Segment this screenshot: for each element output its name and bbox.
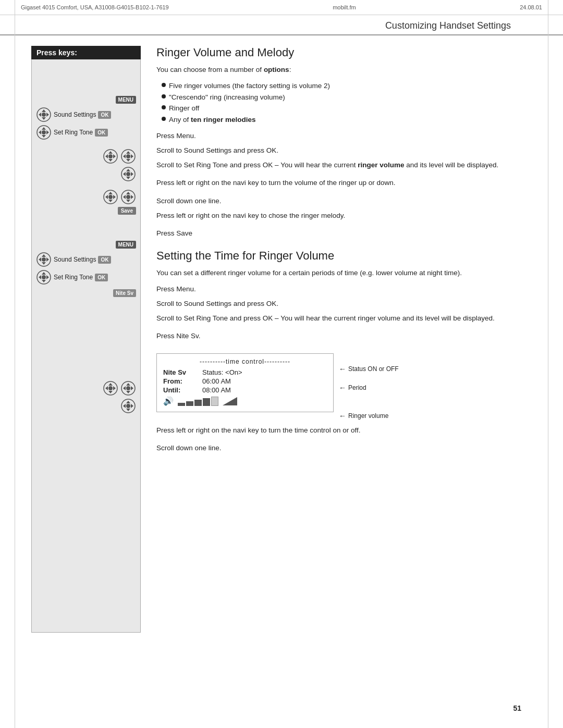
svg-marker-50 — [42, 280, 46, 282]
annotation-period: ← Period — [339, 380, 399, 395]
svg-point-11 — [42, 130, 46, 134]
ok-badge-2: OK — [95, 129, 108, 137]
svg-marker-31 — [108, 192, 113, 194]
svg-marker-61 — [126, 383, 130, 386]
instr-2-3: Scroll to Set Ring Tone and press OK – Y… — [156, 313, 532, 324]
menu-badge-2: MENU — [116, 241, 136, 249]
time-control-box: ----------time control---------- Nite Sv… — [156, 353, 334, 412]
vol-seg-3 — [194, 400, 202, 406]
navi-icon-4 — [120, 149, 136, 164]
svg-point-17 — [108, 154, 113, 158]
svg-marker-40 — [131, 195, 133, 199]
svg-marker-69 — [123, 404, 126, 408]
svg-point-29 — [126, 172, 130, 176]
section1-title: Ringer Volume and Melody — [156, 46, 532, 59]
instr-2-1: Press Menu. — [156, 284, 532, 294]
right-margin-line — [548, 0, 548, 728]
section2-title: Setting the Time for Ringer Volume — [156, 249, 532, 263]
navi-icon-10 — [103, 380, 118, 396]
svg-marker-49 — [42, 272, 46, 275]
sound-settings-row-1: Sound Settings OK — [36, 107, 136, 122]
time-control-title: ----------time control---------- — [163, 358, 327, 365]
svg-marker-58 — [113, 386, 116, 390]
sound-settings-row-2: Sound Settings OK — [36, 252, 136, 267]
svg-point-65 — [126, 386, 130, 390]
header-right: 24.08.01 — [520, 4, 542, 10]
instr-1-4: Press left or right on the navi key to t… — [156, 178, 532, 188]
instr-1-6: Press left or right on the navi key to c… — [156, 211, 532, 221]
navi-icon-11 — [120, 380, 136, 396]
svg-marker-13 — [108, 151, 113, 154]
svg-point-41 — [126, 195, 130, 199]
navi-icon-3 — [103, 149, 118, 164]
svg-marker-28 — [131, 172, 133, 176]
annotation-status: ← Status ON or OFF — [339, 362, 399, 376]
vol-seg-2 — [186, 401, 193, 406]
svg-marker-15 — [105, 154, 108, 158]
svg-marker-9 — [39, 130, 41, 134]
svg-point-47 — [42, 257, 46, 262]
svg-marker-27 — [123, 172, 126, 176]
volume-wedge-icon — [223, 396, 238, 406]
main-content: Press keys: MENU Sound Settings OK — [0, 35, 563, 633]
svg-marker-39 — [123, 195, 126, 199]
sound-settings-label-2: Sound Settings — [54, 256, 96, 263]
svg-marker-26 — [126, 177, 130, 179]
svg-marker-68 — [126, 409, 130, 411]
status-on-off-label: Status ON or OFF — [348, 363, 399, 375]
sound-settings-label-1: Sound Settings — [54, 111, 96, 118]
vol-seg-1 — [178, 403, 185, 406]
speaker-icon: 🔊 — [163, 396, 174, 406]
svg-marker-33 — [105, 195, 108, 199]
svg-point-5 — [42, 113, 46, 117]
svg-marker-2 — [42, 117, 46, 120]
svg-marker-37 — [126, 192, 130, 194]
header-center: mobilt.fm — [333, 4, 356, 10]
page-number: 51 — [513, 704, 521, 712]
svg-point-35 — [108, 195, 113, 199]
instr-1-7: Press Save — [156, 228, 532, 239]
instr-1-3: Scroll to Set Ring Tone and press OK – Y… — [156, 160, 532, 170]
instr-2-4: Press Nite Sv. — [156, 331, 532, 341]
svg-marker-22 — [131, 154, 133, 158]
ok-badge-3: OK — [98, 256, 111, 264]
section2-intro: You can set a different ringer volume fo… — [156, 268, 532, 278]
ringer-volume-label: Ringer volume — [348, 410, 388, 422]
bullet-item-1: Five ringer volumes (the factory setting… — [162, 80, 532, 92]
period-label: Period — [348, 381, 366, 394]
nite-sv-tc-label: Nite Sv — [163, 368, 192, 376]
instr-1-2: Scroll to Sound Settings and press OK. — [156, 145, 532, 156]
time-control-until: Until: 08:00 AM — [163, 386, 327, 394]
until-label: Until: — [163, 386, 192, 394]
navi-icon-1 — [36, 107, 52, 122]
nite-sv-badge: Nite Sv — [113, 289, 136, 297]
press-keys-header: Press keys: — [31, 46, 141, 59]
svg-marker-16 — [113, 154, 116, 158]
svg-marker-51 — [39, 275, 41, 279]
single-navi-row-1 — [36, 166, 136, 182]
vol-seg-4 — [203, 398, 210, 406]
navi-icon-2 — [36, 125, 52, 140]
navi-icon-7 — [120, 189, 136, 205]
ok-badge-4: OK — [95, 274, 108, 281]
time-control-footer: 🔊 — [163, 396, 327, 406]
svg-marker-14 — [108, 159, 113, 162]
svg-marker-56 — [108, 391, 113, 393]
set-ring-tone-label-1: Set Ring Tone — [54, 129, 93, 136]
svg-marker-57 — [105, 386, 108, 390]
svg-point-23 — [126, 154, 130, 158]
annotation-ringer-volume: ← Ringer volume — [339, 409, 399, 423]
double-navi-row-1 — [36, 149, 136, 164]
navi-icon-8 — [36, 252, 52, 267]
left-panel: Press keys: MENU Sound Settings OK — [31, 35, 146, 633]
from-value: 06:00 AM — [202, 377, 231, 385]
svg-marker-55 — [108, 383, 113, 386]
menu-row-1: MENU — [36, 96, 136, 104]
navi-icon-12 — [120, 398, 136, 414]
svg-marker-44 — [42, 262, 46, 265]
svg-marker-43 — [42, 254, 46, 257]
svg-marker-70 — [131, 404, 133, 408]
right-panel: Ringer Volume and Melody You can choose … — [146, 35, 532, 633]
svg-marker-72 — [223, 397, 237, 405]
svg-marker-34 — [113, 195, 116, 199]
